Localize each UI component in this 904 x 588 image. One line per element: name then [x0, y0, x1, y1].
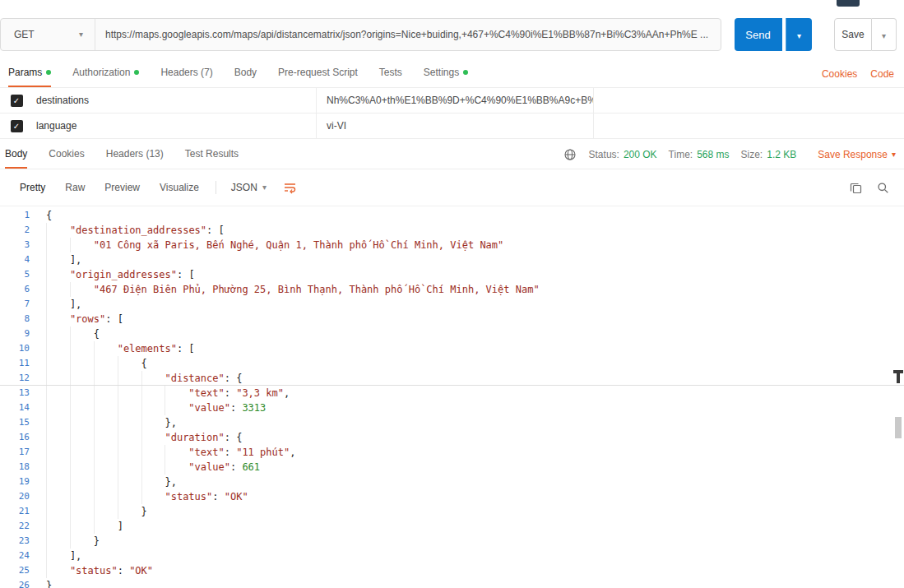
tab-body[interactable]: Body [234, 67, 257, 87]
indent-guide [70, 341, 94, 356]
tab-headers[interactable]: Headers (7) [160, 67, 212, 87]
code-token: } [141, 506, 147, 517]
copy-icon[interactable] [850, 182, 862, 194]
tab-params[interactable]: Params [8, 67, 51, 87]
param-description-cell[interactable] [594, 88, 904, 113]
indent-guide [70, 534, 94, 549]
line-number: 8 [0, 312, 41, 326]
chevron-down-icon: ▾ [797, 31, 801, 40]
save-button[interactable]: Save [834, 18, 872, 51]
top-right-button-fragment[interactable] [837, 0, 860, 7]
indent-guide [46, 460, 70, 475]
code-line-content: "value": 3313 [41, 400, 904, 415]
line-number: 7 [0, 297, 41, 312]
search-icon[interactable] [877, 182, 889, 194]
param-key-cell[interactable]: destinations [33, 88, 317, 113]
line-number: 5 [0, 267, 41, 282]
scrollbar-thumb[interactable] [895, 417, 902, 438]
code-token: { [46, 210, 52, 221]
indent-guide [46, 534, 70, 549]
indent-guide [46, 252, 70, 267]
chevron-down-icon: ▾ [892, 150, 896, 159]
send-dropdown-button[interactable]: ▾ [786, 18, 812, 51]
wrap-text-icon[interactable] [283, 181, 297, 194]
param-description-cell[interactable] [594, 113, 904, 138]
code-line: 11{ [0, 356, 904, 371]
code-token: "01 Công xã Paris, Bến Nghé, Quận 1, Thà… [94, 239, 504, 251]
cookies-link[interactable]: Cookies [822, 68, 857, 80]
indent-guide [46, 415, 70, 430]
save-dropdown-button[interactable]: ▾ [872, 18, 897, 51]
line-number: 23 [0, 534, 41, 549]
top-strip [0, 0, 904, 8]
code-token: ], [70, 299, 81, 310]
send-button[interactable]: Send [735, 18, 782, 51]
code-token: "OK" [129, 565, 153, 576]
indent-guide [46, 223, 70, 238]
url-input[interactable]: https://maps.googleapis.com/maps/api/dis… [95, 19, 721, 50]
response-tab-cookies[interactable]: Cookies [49, 148, 84, 169]
line-number: 2 [0, 223, 41, 238]
tab-authorization[interactable]: Authorization [72, 67, 139, 87]
view-tab-pretty[interactable]: Pretty [10, 179, 55, 196]
view-tab-visualize[interactable]: Visualize [150, 179, 209, 196]
tab-pre-request-script[interactable]: Pre-request Script [278, 67, 358, 87]
code-line-content: "text": "11 phút", [41, 445, 904, 460]
response-tab-test-results[interactable]: Test Results [185, 148, 239, 169]
code-line: 14"value": 3313 [0, 400, 904, 415]
param-value-cell[interactable]: Nh%C3%A0+th%E1%BB%9D+%C4%90%E1%BB%A9c+B%… [317, 88, 594, 113]
indent-guide [70, 326, 94, 341]
code-token: 3313 [242, 402, 266, 414]
indent-guide [70, 400, 94, 415]
indent-guide [70, 356, 94, 371]
response-tab-headers[interactable]: Headers (13) [106, 148, 164, 169]
code-token: : { [225, 432, 243, 443]
line-number: 3 [0, 238, 41, 252]
indent-guide [118, 415, 141, 430]
indent-guide [165, 460, 188, 475]
code-line: 18"value": 661 [0, 460, 904, 475]
code-line: 22] [0, 519, 904, 534]
code-line: 1{ [0, 208, 904, 223]
indent-guide [70, 238, 94, 252]
param-key-cell[interactable]: language [33, 113, 317, 138]
tab-tests[interactable]: Tests [379, 67, 402, 87]
view-tab-preview[interactable]: Preview [95, 179, 150, 196]
view-tab-raw[interactable]: Raw [55, 179, 95, 196]
response-tab-body[interactable]: Body [5, 148, 27, 169]
request-url-row: GET ▾ https://maps.googleapis.com/maps/a… [0, 8, 904, 59]
network-icon[interactable] [563, 148, 577, 161]
checkbox[interactable]: ✓ [11, 95, 23, 107]
code-line-content: "distance": { [41, 371, 904, 385]
param-value-cell[interactable]: vi-VI [317, 113, 594, 138]
tab-label: Cookies [49, 148, 84, 160]
scrollbar[interactable] [892, 206, 904, 588]
indent-guide [70, 475, 94, 489]
indent-guide [94, 371, 118, 385]
checkbox[interactable]: ✓ [11, 120, 23, 132]
indent-guide [118, 445, 141, 460]
status-label: Status: [589, 149, 619, 160]
indent-guide [141, 430, 165, 445]
indent-guide [46, 475, 70, 489]
indent-guide [94, 430, 118, 445]
indent-guide [46, 238, 70, 252]
indent-guide [46, 386, 70, 400]
method-select[interactable]: GET ▾ [1, 19, 95, 50]
method-url-container: GET ▾ https://maps.googleapis.com/maps/a… [0, 18, 721, 51]
code-token: : [225, 387, 236, 399]
tab-settings[interactable]: Settings [424, 67, 468, 87]
indent-guide [46, 549, 70, 563]
format-label: JSON [231, 182, 257, 193]
code-token: : { [225, 373, 243, 384]
code-line: 15}, [0, 415, 904, 430]
toolbar-divider [216, 181, 216, 194]
indent-guide [118, 504, 141, 519]
code-token: "status" [70, 565, 118, 576]
params-row: ✓destinationsNh%C3%A0+th%E1%BB%9D+%C4%90… [0, 88, 904, 113]
tab-label: Body [234, 67, 257, 78]
code-link[interactable]: Code [870, 68, 894, 80]
save-response-button[interactable]: Save Response ▾ [818, 149, 896, 160]
format-select[interactable]: JSON ▾ [231, 182, 267, 193]
indent-guide [70, 430, 94, 445]
